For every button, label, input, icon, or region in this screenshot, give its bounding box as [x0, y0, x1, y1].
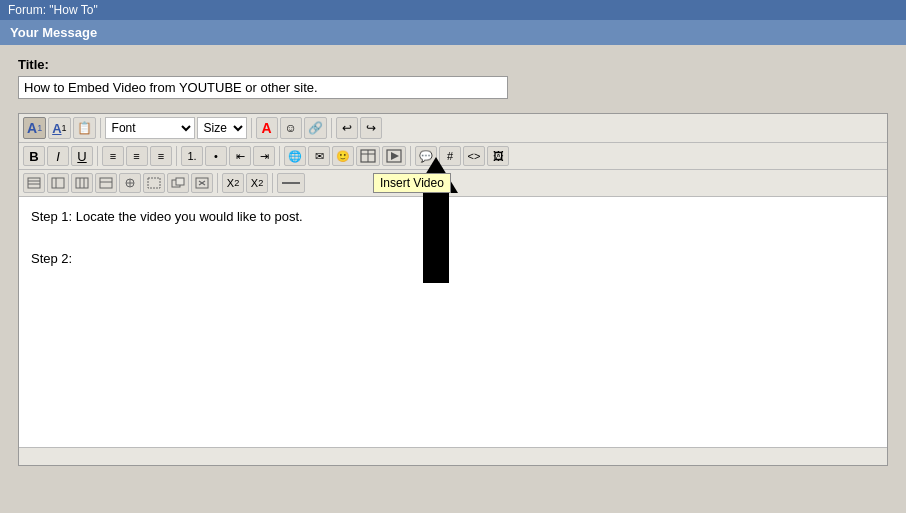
row3-btn-1[interactable]	[23, 173, 45, 193]
svg-rect-10	[76, 178, 88, 188]
row3-btn-6[interactable]	[143, 173, 165, 193]
separator-7	[410, 146, 411, 166]
paste-button[interactable]: 📋	[73, 117, 96, 139]
superscript-button[interactable]: X2	[246, 173, 268, 193]
horizontal-rule-button[interactable]	[277, 173, 305, 193]
svg-rect-18	[148, 178, 160, 188]
separator-3	[331, 118, 332, 138]
editor-line-1: Step 1: Locate the video you would like …	[31, 207, 875, 228]
align-right-button[interactable]: ≡	[150, 146, 172, 166]
svg-rect-13	[100, 178, 112, 188]
font-select[interactable]: Font Arial Times New Roman Courier New V…	[105, 117, 195, 139]
svg-rect-20	[176, 178, 184, 185]
outdent-button[interactable]: ⇤	[229, 146, 251, 166]
section-header: Your Message	[0, 20, 906, 45]
editor-container: A1 A1 📋 Font Arial Times New Roman Couri…	[18, 113, 888, 466]
indent-button[interactable]: ⇥	[253, 146, 275, 166]
insert-link-button[interactable]: 🌐	[284, 146, 306, 166]
image-button[interactable]: 🖼	[487, 146, 509, 166]
separator-8	[217, 173, 218, 193]
format-button-2[interactable]: A1	[48, 117, 70, 139]
bold-button[interactable]: B	[23, 146, 45, 166]
insert-table-button[interactable]	[356, 146, 380, 166]
separator-2	[251, 118, 252, 138]
redo-button[interactable]: ↪	[360, 117, 382, 139]
unordered-list-button[interactable]: •	[205, 146, 227, 166]
row3-btn-8[interactable]	[191, 173, 213, 193]
row3-btn-2[interactable]	[47, 173, 69, 193]
align-left-button[interactable]: ≡	[102, 146, 124, 166]
italic-button[interactable]: I	[47, 146, 69, 166]
code-button[interactable]: <>	[463, 146, 485, 166]
toolbar-row-2: B I U ≡ ≡ ≡ 1. • ⇤ ⇥ 🌐 ✉ 🙂	[19, 143, 887, 170]
insert-email-button[interactable]: ✉	[308, 146, 330, 166]
ordered-list-button[interactable]: 1.	[181, 146, 203, 166]
svg-rect-8	[52, 178, 64, 188]
svg-marker-4	[391, 152, 399, 160]
underline-button[interactable]: U	[71, 146, 93, 166]
toolbar-row-1: A1 A1 📋 Font Arial Times New Roman Couri…	[19, 114, 887, 143]
toolbar-row-3: X2 X2	[19, 170, 887, 197]
insert-smile-button[interactable]: 🙂	[332, 146, 354, 166]
editor-footer	[19, 447, 887, 465]
editor-line-2: Step 2:	[31, 249, 875, 270]
table-icon	[360, 149, 376, 163]
quote-button[interactable]: 💬	[415, 146, 437, 166]
video-icon	[386, 149, 402, 163]
svg-rect-5	[28, 178, 40, 188]
row3-btn-3[interactable]	[71, 173, 93, 193]
subscript-button[interactable]: X2	[222, 173, 244, 193]
font-color-button[interactable]: A	[256, 117, 278, 139]
row3-btn-7[interactable]	[167, 173, 189, 193]
title-label: Title:	[18, 57, 888, 72]
separator-1	[100, 118, 101, 138]
size-select[interactable]: Size 8 10 12 14 18	[197, 117, 247, 139]
page-content: Title: A1 A1 📋 Font Arial Times New Roma…	[0, 45, 906, 513]
align-center-button[interactable]: ≡	[126, 146, 148, 166]
insert-video-button[interactable]: Insert Video	[382, 146, 406, 166]
separator-6	[279, 146, 280, 166]
section-title: Your Message	[10, 25, 97, 40]
separator-5	[176, 146, 177, 166]
editor-body[interactable]: Step 1: Locate the video you would like …	[19, 197, 887, 447]
row3-btn-4[interactable]	[95, 173, 117, 193]
link-button[interactable]: 🔗	[304, 117, 327, 139]
row3-btn-5[interactable]	[119, 173, 141, 193]
separator-4	[97, 146, 98, 166]
emoji-button[interactable]: ☺	[280, 117, 302, 139]
separator-9	[272, 173, 273, 193]
hash-button[interactable]: #	[439, 146, 461, 166]
title-section: Title:	[18, 57, 888, 99]
title-input[interactable]	[18, 76, 508, 99]
undo-button[interactable]: ↩	[336, 117, 358, 139]
breadcrumb-text: Forum: "How To"	[8, 3, 98, 17]
forum-breadcrumb: Forum: "How To"	[0, 0, 906, 20]
format-button-1[interactable]: A1	[23, 117, 46, 139]
